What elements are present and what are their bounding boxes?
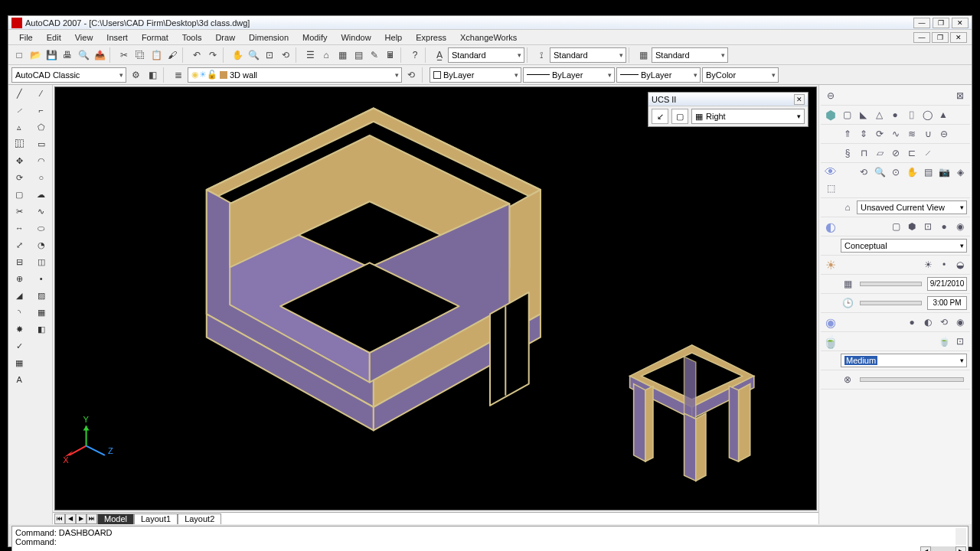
time-slider[interactable] — [860, 301, 922, 305]
table-tool[interactable]: ▦ — [11, 356, 27, 370]
view-orbit-icon[interactable]: ⊙ — [889, 165, 903, 179]
restore-button[interactable]: ❐ — [933, 18, 949, 28]
paste-icon[interactable]: 📋 — [149, 47, 164, 63]
render-cancel-icon[interactable]: ⊗ — [841, 373, 854, 386]
menu-dimension[interactable]: Dimension — [243, 31, 295, 44]
view-camera-icon[interactable]: 📷 — [937, 165, 951, 179]
view-zoom-icon[interactable]: 🔍 — [873, 165, 887, 179]
circle-tool[interactable]: ○ — [34, 171, 49, 184]
calc-icon[interactable]: 🖩 — [383, 47, 398, 63]
point-light-icon[interactable]: • — [937, 258, 951, 272]
tab-next-icon[interactable]: ▶ — [76, 514, 87, 524]
menu-express[interactable]: Express — [410, 31, 452, 44]
save-icon[interactable]: 💾 — [44, 47, 59, 63]
render-quality-select[interactable]: Medium — [841, 354, 967, 367]
open-icon[interactable]: 📂 — [28, 47, 43, 63]
light-panel-icon[interactable]: ☀ — [824, 258, 838, 272]
plot-icon[interactable]: 🖶 — [60, 47, 75, 63]
join-tool[interactable]: ⊕ — [11, 272, 27, 285]
layer-prev-icon[interactable]: ⟲ — [403, 67, 419, 83]
audit-tool[interactable]: ✓ — [11, 339, 27, 353]
ucs-prev-icon[interactable]: ↙ — [652, 109, 668, 124]
tab-first-icon[interactable]: ⏮ — [54, 514, 65, 524]
flatten-icon[interactable]: ⊏ — [905, 146, 919, 160]
color-select[interactable]: ByLayer — [430, 67, 521, 83]
solids-icon[interactable]: ⬢ — [824, 108, 838, 122]
array-tool[interactable]: ⿲ — [11, 137, 27, 151]
revcloud-tool[interactable]: ☁ — [34, 187, 49, 201]
ucs-toolbar[interactable]: UCS II ✕ ↙ ▢ ▦Right — [648, 92, 808, 127]
minimize-button[interactable]: — — [913, 18, 930, 28]
copy-icon[interactable]: ⿻ — [132, 47, 148, 63]
visualstyle-select[interactable]: Conceptual — [841, 239, 967, 253]
clock-icon[interactable]: 🕒 — [841, 296, 854, 310]
tab-last-icon[interactable]: ⏭ — [87, 514, 97, 524]
hatch-tool[interactable]: ▨ — [34, 289, 49, 302]
line-tool[interactable]: ╱ — [11, 86, 27, 100]
dimstyle-select[interactable]: Standard — [550, 47, 626, 63]
command-line[interactable]: Command: DASHBOARD Command: ◀ ▶ — [11, 526, 969, 551]
cut-icon[interactable]: ✂ — [116, 47, 132, 63]
lineweight-select[interactable]: ByLayer — [616, 67, 701, 83]
properties-icon[interactable]: ☰ — [302, 47, 318, 63]
menu-format[interactable]: Format — [136, 31, 175, 44]
linetype-select[interactable]: ByLayer — [523, 67, 615, 83]
zoom-rt-icon[interactable]: 🔍 — [246, 47, 261, 63]
stretch-tool[interactable]: ↔ — [11, 221, 27, 235]
arc-tool[interactable]: ◠ — [34, 154, 49, 168]
slice-icon[interactable]: ⟋ — [921, 146, 935, 160]
view-prev-icon[interactable]: ⟲ — [857, 165, 871, 179]
textstyle-icon[interactable]: A̲ — [432, 47, 447, 63]
union-icon[interactable]: ∪ — [921, 127, 935, 141]
cal-icon[interactable]: ▦ — [841, 277, 854, 291]
planar-icon[interactable]: ▱ — [873, 146, 887, 160]
line2-tool[interactable]: ∕ — [34, 86, 49, 100]
ellipse-tool[interactable]: ⬭ — [34, 221, 49, 235]
render-panel-icon[interactable]: 🍵 — [824, 334, 838, 348]
ssm-icon[interactable]: ▤ — [351, 47, 366, 63]
vs-hidden-icon[interactable]: ⊡ — [921, 220, 935, 233]
preview-icon[interactable]: 🔍 — [76, 47, 91, 63]
rotate-tool[interactable]: ⟳ — [11, 171, 27, 184]
text-tool[interactable]: A — [11, 373, 27, 386]
match-icon[interactable]: 🖌 — [165, 47, 180, 63]
menu-modify[interactable]: Modify — [296, 31, 333, 44]
date-slider[interactable] — [860, 282, 922, 286]
material-panel-icon[interactable]: ◉ — [824, 315, 838, 329]
block-tool[interactable]: ◫ — [34, 255, 49, 269]
help-icon[interactable]: ? — [407, 47, 423, 63]
undo-icon[interactable]: ↶ — [189, 47, 204, 63]
subtract-icon[interactable]: ⊖ — [937, 127, 951, 141]
layer-manager-icon[interactable]: ≣ — [171, 67, 186, 83]
vs-3d-icon[interactable]: ⬢ — [905, 220, 919, 233]
cmd-prompt[interactable]: Command: — [15, 537, 965, 546]
menu-view[interactable]: View — [69, 31, 100, 44]
new-icon[interactable]: □ — [11, 47, 27, 63]
cmd-scroll-right-icon[interactable]: ▶ — [956, 546, 966, 551]
pyramid-icon[interactable]: ▲ — [936, 108, 950, 122]
designcenter-icon[interactable]: ⌂ — [318, 47, 334, 63]
menu-window[interactable]: Window — [335, 31, 377, 44]
doc-close-button[interactable]: ✕ — [950, 32, 967, 43]
tab-model[interactable]: Model — [97, 514, 134, 524]
toolpalette-icon[interactable]: ▦ — [335, 47, 350, 63]
tablestyle-icon[interactable]: ▦ — [635, 47, 651, 63]
view-named-icon[interactable]: ▤ — [921, 165, 935, 179]
xline-tool[interactable]: ⟋ — [11, 103, 27, 117]
sweep-icon[interactable]: ∿ — [889, 127, 903, 141]
menu-xchangeworks[interactable]: XchangeWorks — [454, 31, 523, 44]
doc-restore-button[interactable]: ❐ — [932, 32, 949, 43]
render-crop-icon[interactable]: ⊡ — [953, 334, 967, 348]
redo-icon[interactable]: ↷ — [205, 47, 220, 63]
explode-tool[interactable]: ✸ — [11, 322, 27, 336]
view-panel-icon[interactable]: 👁 — [824, 165, 838, 179]
section-icon[interactable]: ⊘ — [889, 146, 903, 160]
vs-2d-icon[interactable]: ▢ — [889, 220, 903, 233]
torus-icon[interactable]: ◯ — [920, 108, 934, 122]
doc-minimize-button[interactable]: — — [913, 32, 930, 43]
view-3d-icon[interactable]: ⬚ — [824, 181, 838, 195]
ucs-world-icon[interactable]: ▢ — [671, 109, 688, 124]
close-button[interactable]: ✕ — [952, 18, 969, 28]
spot-light-icon[interactable]: ◒ — [953, 258, 967, 272]
revolve-icon[interactable]: ⟳ — [873, 127, 887, 141]
